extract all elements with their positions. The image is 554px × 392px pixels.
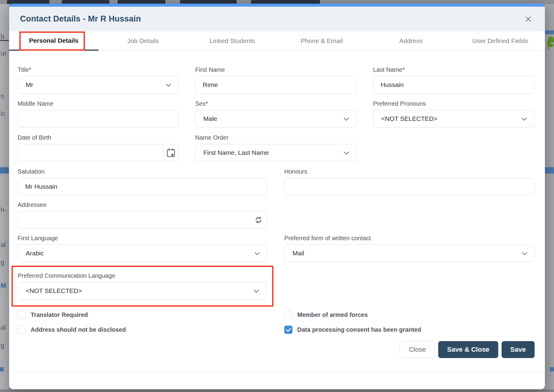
address-not-disclosed-label: Address should not be disclosed bbox=[31, 326, 126, 333]
backdrop-text-fragment: h- bbox=[1, 206, 7, 214]
armed-forces-checkbox[interactable]: Member of armed forces bbox=[284, 311, 535, 319]
annotation-box-preferred-comm-language: Preferred Communication Language <NOT SE… bbox=[12, 266, 273, 307]
backdrop-line-fragment bbox=[0, 40, 9, 41]
backdrop-blue-bar bbox=[0, 367, 4, 371]
field-first-name: First Name bbox=[195, 66, 356, 94]
preferred-comm-language-select[interactable]: <NOT SELECTED> bbox=[18, 282, 266, 300]
field-name-order: Name Order First Name, Last Name bbox=[195, 134, 356, 161]
field-middle-name: Middle Name bbox=[18, 100, 179, 128]
tab-user-defined-fields[interactable]: User Defined Fields bbox=[456, 31, 545, 51]
save-button[interactable]: Save bbox=[502, 341, 535, 358]
backdrop-left-strip: b ur n lc h- al g M al g bbox=[0, 4, 9, 389]
backdrop-blue-bar bbox=[0, 167, 9, 174]
written-contact-select[interactable]: Mail bbox=[284, 244, 535, 262]
chevron-down-icon bbox=[343, 115, 349, 122]
salutation-input[interactable] bbox=[18, 178, 267, 195]
tab-personal-details[interactable]: Personal Details bbox=[9, 31, 98, 51]
personal-details-form: Title* Mr First Name Last Name* bbox=[9, 51, 545, 372]
armed-forces-label: Member of armed forces bbox=[297, 311, 368, 318]
middle-name-label: Middle Name bbox=[18, 100, 179, 108]
first-language-label: First Language bbox=[18, 234, 267, 242]
tab-address[interactable]: Address bbox=[366, 31, 456, 51]
field-preferred-comm-language: Preferred Communication Language <NOT SE… bbox=[18, 272, 266, 300]
backdrop-blue-bar bbox=[545, 167, 554, 174]
last-name-label: Last Name* bbox=[373, 66, 534, 74]
action-buttons: Close Save & Close Save bbox=[18, 341, 535, 358]
chevron-down-icon bbox=[253, 287, 259, 294]
chevron-down-icon bbox=[254, 250, 260, 257]
honours-label: Honours bbox=[284, 168, 535, 175]
backdrop-text-fragment: g bbox=[1, 258, 4, 266]
backdrop-text-fragment: al bbox=[1, 241, 6, 249]
name-order-select[interactable]: First Name, Last Name bbox=[195, 144, 356, 161]
name-order-value: First Name, Last Name bbox=[203, 149, 269, 156]
backdrop-text-fragment: b bbox=[1, 33, 4, 41]
refresh-icon[interactable] bbox=[250, 211, 267, 229]
field-first-language: First Language Arabic bbox=[18, 234, 267, 262]
first-name-label: First Name bbox=[195, 66, 356, 74]
chevron-down-icon bbox=[521, 115, 527, 122]
preferred-pronouns-value: <NOT SELECTED> bbox=[381, 115, 437, 122]
name-order-label: Name Order bbox=[195, 134, 356, 141]
field-addressee: Addressee bbox=[18, 201, 267, 229]
preferred-pronouns-select[interactable]: <NOT SELECTED> bbox=[373, 110, 534, 128]
data-consent-label: Data processing consent has been granted bbox=[297, 326, 421, 333]
middle-name-input[interactable] bbox=[18, 110, 179, 128]
sex-label: Sex* bbox=[195, 100, 356, 108]
field-title: Title* Mr bbox=[18, 66, 179, 94]
chevron-down-icon bbox=[522, 250, 528, 257]
title-select[interactable]: Mr bbox=[18, 76, 179, 94]
backdrop-blue-bar bbox=[545, 30, 554, 34]
preferred-comm-language-value: <NOT SELECTED> bbox=[26, 287, 82, 294]
written-contact-label: Preferred form of written contact bbox=[284, 234, 535, 242]
address-not-disclosed-checkbox[interactable]: Address should not be disclosed bbox=[18, 326, 284, 334]
translator-required-checkbox[interactable]: Translator Required bbox=[18, 311, 284, 319]
first-language-select[interactable]: Arabic bbox=[18, 244, 267, 262]
field-sex: Sex* Male bbox=[195, 100, 356, 128]
checkbox-checked-icon[interactable] bbox=[284, 326, 292, 334]
backdrop-text-fragment: n bbox=[1, 92, 4, 100]
contact-details-modal: Contact Details - Mr R Hussain Personal … bbox=[9, 4, 545, 389]
field-date-of-birth: Date of Birth bbox=[18, 134, 179, 161]
addressee-label: Addressee bbox=[18, 201, 267, 209]
preferred-pronouns-label: Preferred Pronouns bbox=[373, 100, 534, 108]
field-written-contact: Preferred form of written contact Mail bbox=[284, 234, 535, 262]
checkbox-icon[interactable] bbox=[18, 326, 26, 334]
preferred-comm-language-label: Preferred Communication Language bbox=[18, 272, 266, 280]
title-label: Title* bbox=[18, 66, 179, 74]
honours-input[interactable] bbox=[284, 178, 535, 195]
calendar-icon[interactable] bbox=[163, 144, 179, 161]
tab-phone-email[interactable]: Phone & Email bbox=[277, 31, 366, 51]
salutation-label: Salutation bbox=[18, 168, 267, 175]
backdrop-text-fragment: ur bbox=[1, 49, 7, 57]
field-honours: Honours bbox=[284, 168, 535, 195]
date-of-birth-input[interactable] bbox=[18, 144, 179, 161]
checkbox-icon[interactable] bbox=[284, 311, 292, 319]
first-name-input[interactable] bbox=[195, 76, 356, 94]
translator-required-label: Translator Required bbox=[31, 311, 88, 318]
close-button[interactable]: Close bbox=[400, 341, 435, 358]
field-preferred-pronouns: Preferred Pronouns <NOT SELECTED> bbox=[373, 100, 534, 128]
written-contact-value: Mail bbox=[292, 250, 304, 257]
date-of-birth-label: Date of Birth bbox=[18, 134, 179, 141]
sex-select[interactable]: Male bbox=[195, 110, 356, 128]
modal-header: Contact Details - Mr R Hussain bbox=[9, 7, 545, 31]
backdrop-right-strip bbox=[545, 4, 554, 389]
close-icon[interactable] bbox=[523, 14, 533, 24]
data-consent-checkbox[interactable]: Data processing consent has been granted bbox=[284, 326, 535, 334]
tab-job-details[interactable]: Job Details bbox=[98, 31, 188, 51]
sex-value: Male bbox=[203, 115, 217, 122]
backdrop-text-fragment: lc bbox=[1, 110, 5, 118]
first-language-value: Arabic bbox=[26, 250, 44, 257]
addressee-input[interactable] bbox=[18, 211, 267, 229]
title-value: Mr bbox=[26, 81, 33, 88]
modal-title: Contact Details - Mr R Hussain bbox=[20, 14, 141, 24]
field-salutation: Salutation bbox=[18, 168, 267, 195]
tab-linked-students[interactable]: Linked Students bbox=[188, 31, 277, 51]
modal-footer bbox=[9, 372, 545, 389]
save-close-button[interactable]: Save & Close bbox=[438, 341, 498, 358]
backdrop-link-fragment: M bbox=[1, 282, 6, 290]
last-name-input[interactable] bbox=[373, 76, 534, 94]
checkbox-icon[interactable] bbox=[18, 311, 26, 319]
chevron-down-icon bbox=[165, 81, 172, 88]
